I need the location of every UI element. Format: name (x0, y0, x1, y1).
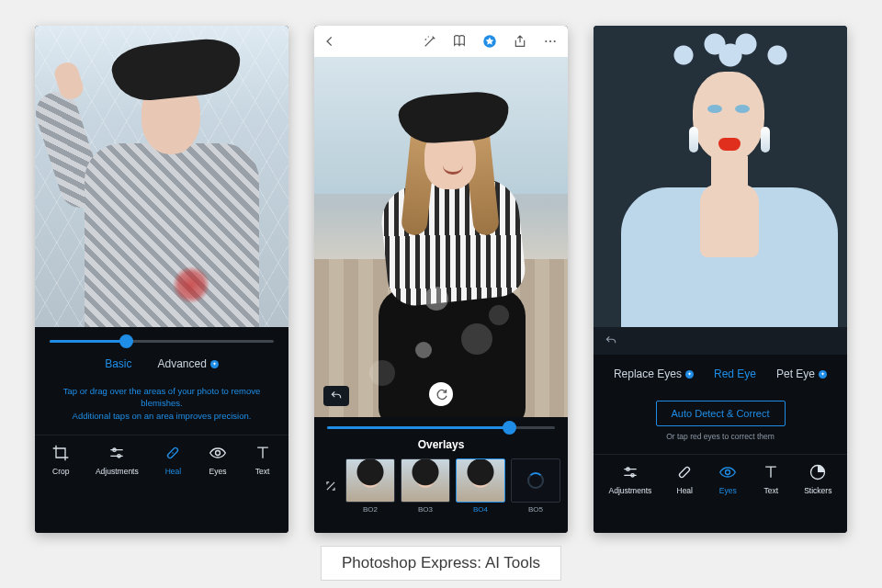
tab-pet-eye[interactable]: Pet Eye✦ (776, 368, 827, 380)
tool-heal[interactable]: Heal (163, 443, 183, 476)
text-icon (253, 443, 273, 463)
brush-size-slider[interactable] (50, 340, 274, 343)
book-icon[interactable] (452, 34, 467, 49)
phone-overlays: Overlays BO2 BO3 BO4 BO5 (314, 26, 568, 533)
eye-icon (718, 462, 738, 482)
bandage-icon (674, 462, 695, 482)
svg-rect-11 (679, 467, 691, 479)
phone-eyes: Replace Eyes✦ Red Eye Pet Eye✦ Auto Dete… (594, 26, 847, 533)
share-icon[interactable] (513, 34, 527, 49)
eye-icon (208, 443, 228, 463)
undo-button[interactable] (603, 334, 619, 347)
overlay-intensity-slider[interactable] (327, 426, 555, 429)
photo-canvas[interactable] (314, 57, 568, 417)
sticker-icon (808, 462, 828, 482)
overlay-thumb-bo3[interactable]: BO3 (401, 458, 450, 514)
svg-point-4 (216, 450, 220, 455)
slider-thumb[interactable] (119, 334, 133, 348)
undo-button[interactable] (323, 386, 349, 406)
heal-brush-marker (173, 266, 209, 303)
more-icon[interactable] (542, 34, 559, 49)
star-badge-icon[interactable] (481, 33, 498, 50)
tool-stickers[interactable]: Stickers (804, 462, 831, 495)
back-icon[interactable] (323, 35, 336, 48)
tab-replace-eyes[interactable]: Replace Eyes✦ (614, 368, 694, 380)
svg-point-3 (173, 452, 175, 454)
bottom-toolbar: Crop Adjustments Heal Eyes Text (35, 435, 288, 485)
expand-thumbs-icon[interactable] (322, 458, 340, 514)
bandage-icon (163, 443, 183, 463)
tab-advanced[interactable]: Advanced✦ (157, 357, 218, 370)
section-title: Overlays (314, 433, 568, 458)
bottom-toolbar: Adjustments Heal Eyes Text Stickers (594, 454, 847, 504)
hint-text: Tap or drag over the areas of your photo… (35, 376, 288, 435)
undo-bar (594, 327, 847, 355)
compare-button[interactable] (429, 382, 453, 406)
crop-icon (51, 443, 71, 463)
ai-badge-icon: ✦ (819, 370, 827, 379)
sliders-icon (107, 443, 127, 463)
ai-badge-icon: ✦ (685, 370, 694, 379)
top-bar (314, 26, 568, 57)
tool-adjustments[interactable]: Adjustments (96, 443, 139, 476)
tool-crop[interactable]: Crop (51, 443, 71, 476)
overlay-thumb-bo5[interactable]: BO5 (511, 458, 560, 514)
svg-point-6 (545, 40, 547, 42)
loading-spinner-icon (527, 472, 544, 489)
tool-adjustments[interactable]: Adjustments (608, 462, 651, 495)
text-icon (761, 462, 781, 482)
ai-badge-icon: ✦ (210, 360, 219, 368)
caption: Photoshop Express: AI Tools (321, 546, 561, 581)
phone-heal: Basic Advanced✦ Tap or drag over the are… (35, 26, 288, 533)
tool-heal[interactable]: Heal (674, 462, 695, 495)
auto-detect-subtext: Or tap red eyes to correct them (594, 432, 847, 441)
svg-point-12 (726, 470, 730, 475)
tool-eyes[interactable]: Eyes (208, 443, 228, 476)
overlay-thumb-bo4[interactable]: BO4 (456, 458, 505, 514)
auto-detect-button[interactable]: Auto Detect & Correct (656, 401, 786, 426)
sliders-icon (620, 462, 640, 482)
svg-point-7 (549, 40, 551, 42)
tool-eyes[interactable]: Eyes (718, 462, 738, 495)
photo-canvas[interactable] (35, 26, 288, 327)
overlay-thumb-bo2[interactable]: BO2 (345, 458, 395, 514)
tool-text[interactable]: Text (253, 443, 273, 476)
tab-red-eye[interactable]: Red Eye (714, 368, 756, 380)
tab-basic[interactable]: Basic (105, 357, 131, 370)
magic-wand-icon[interactable] (423, 34, 437, 49)
tool-text[interactable]: Text (761, 462, 781, 495)
photo-canvas[interactable] (594, 26, 847, 327)
svg-point-8 (554, 40, 556, 42)
